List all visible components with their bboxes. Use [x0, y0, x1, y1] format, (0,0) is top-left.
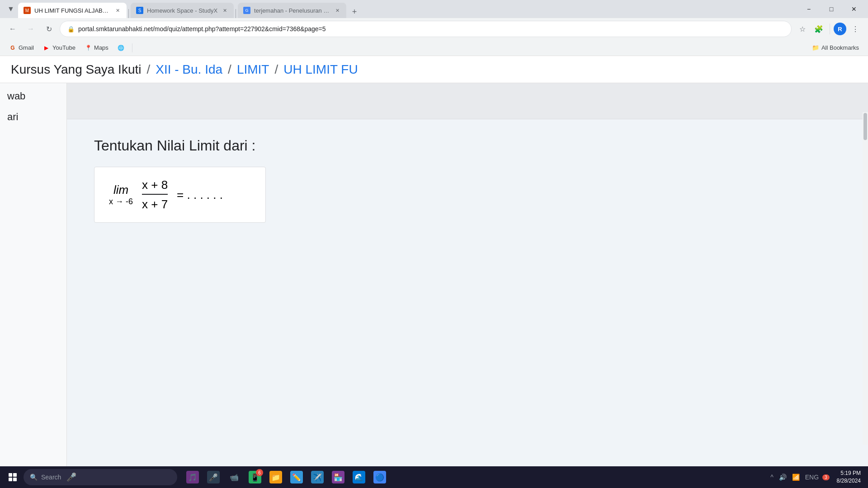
all-bookmarks-button[interactable]: 📁 All Bookmarks: [808, 42, 863, 53]
taskbar-folder-app[interactable]: 📁: [266, 467, 286, 487]
maximize-button[interactable]: □: [821, 0, 842, 18]
extension-button[interactable]: 🧩: [811, 22, 826, 36]
phone-badge: 6: [256, 469, 263, 476]
video-icon: 📹: [228, 471, 241, 483]
date-display: 8/28/2024: [837, 477, 861, 485]
taskbar-editor-app[interactable]: ✏️: [287, 467, 307, 487]
tab-3[interactable]: G terjemahan - Penelusuran Goo... ✕: [238, 3, 346, 18]
window-controls: − □ ✕: [798, 0, 864, 18]
start-icon-sq-2: [13, 473, 17, 477]
chrome-icon: 🔵: [373, 471, 386, 483]
tab-2[interactable]: S Homework Space - StudyX ✕: [131, 3, 234, 18]
tab-1-title: UH LIMIT FUNGSI ALJABAR XII: [34, 7, 110, 14]
scrollbar[interactable]: [863, 112, 868, 445]
start-icon-sq-3: [9, 478, 12, 481]
breadcrumb-sep-1: /: [146, 62, 150, 77]
limit-block: lim x → -6: [109, 183, 133, 206]
breadcrumb-sep-3: /: [274, 62, 278, 77]
maps-favicon: 📍: [85, 44, 92, 52]
profile-icon[interactable]: R: [834, 23, 846, 35]
bookmark-gmail-label: Gmail: [19, 44, 34, 51]
bookmark-youtube[interactable]: ▶ YouTube: [39, 42, 79, 53]
fraction: x + 8 x + 7: [142, 178, 168, 211]
breadcrumb-sep-2: /: [228, 62, 231, 77]
breadcrumb-link-3[interactable]: UH LIMIT FU: [283, 62, 358, 77]
url-text: portal.smktarunabhakti.net/mod/quiz/atte…: [78, 25, 784, 33]
reload-button[interactable]: ↻: [42, 22, 56, 36]
tab-group: M UH LIMIT FUNGSI ALJABAR XII ✕ S Homewo…: [18, 0, 798, 18]
lock-icon: 🔒: [67, 26, 75, 33]
time-display: 5:19 PM: [837, 469, 861, 477]
taskbar-search[interactable]: 🔍 Search 🎤: [24, 469, 177, 485]
breadcrumb-link-2[interactable]: LIMIT: [237, 62, 269, 77]
address-bar: ← → ↻ 🔒 portal.smktarunabhakti.net/mod/q…: [0, 18, 868, 40]
bookmark-maps-label: Maps: [94, 44, 108, 51]
editor-icon: ✏️: [290, 471, 303, 483]
main-layout: wab ari Tentukan Nilai Limit dari : lim …: [0, 83, 868, 466]
toolbar-right: ☆ 🧩 R ⋮: [795, 22, 863, 36]
bookmark-star-button[interactable]: ☆: [795, 22, 810, 36]
taskbar-mic-app[interactable]: 🎤: [203, 467, 223, 487]
notification-badge[interactable]: 3: [822, 474, 830, 480]
tab-3-close[interactable]: ✕: [334, 7, 341, 14]
telegram-icon: ✈️: [311, 471, 324, 483]
taskbar-edge-app[interactable]: 🌊: [349, 467, 369, 487]
forward-button[interactable]: →: [24, 22, 38, 36]
bookmarks-bar: G Gmail ▶ YouTube 📍 Maps 🌐 📁 All Bookmar…: [0, 40, 868, 56]
menu-button[interactable]: ⋮: [848, 22, 863, 36]
gmail-favicon: G: [9, 44, 16, 52]
mic-icon: 🎤: [66, 472, 76, 482]
sidebar-label-wab: wab: [7, 90, 59, 102]
close-button[interactable]: ✕: [844, 0, 864, 18]
tab-3-title: terjemahan - Penelusuran Goo...: [254, 7, 330, 14]
lang-icon[interactable]: ENG: [803, 472, 821, 483]
denominator: x + 7: [142, 196, 168, 211]
tab-separator-2: [236, 9, 236, 18]
sidebar-label-ari: ari: [7, 111, 59, 123]
new-tab-button[interactable]: +: [348, 5, 361, 18]
toolbar-divider: [830, 23, 830, 34]
search-placeholder: Search: [41, 474, 61, 481]
lim-word: lim: [113, 183, 128, 197]
music-icon: 🎵: [186, 471, 199, 483]
bookmark-gmail[interactable]: G Gmail: [5, 42, 38, 53]
bookmark-maps[interactable]: 📍 Maps: [81, 42, 112, 53]
edge-icon: 🌊: [353, 471, 365, 483]
start-button[interactable]: [4, 468, 22, 486]
tab-1-close[interactable]: ✕: [114, 7, 121, 14]
all-bookmarks-label: All Bookmarks: [821, 44, 859, 51]
taskbar-chrome-app[interactable]: 🔵: [370, 467, 390, 487]
numerator: x + 8: [142, 178, 168, 195]
tab-back-btn[interactable]: ▼: [4, 2, 18, 16]
tab-2-close[interactable]: ✕: [221, 7, 228, 14]
start-icon-sq-1: [9, 473, 12, 477]
store-icon: 🏪: [332, 471, 344, 483]
taskbar-music-app[interactable]: 🎵: [183, 467, 203, 487]
taskbar-video-app[interactable]: 📹: [224, 467, 244, 487]
folder-icon: 📁: [269, 471, 282, 483]
system-tray: ^ 🔊 📶 ENG 3: [769, 472, 829, 483]
mic-app-icon: 🎤: [207, 471, 220, 483]
volume-icon[interactable]: 🔊: [777, 472, 788, 483]
taskbar-phone-app[interactable]: 📱 6: [245, 467, 265, 487]
minimize-button[interactable]: −: [798, 0, 819, 18]
math-box: lim x → -6 x + 8 x + 7 = . . . . . .: [94, 167, 266, 223]
datetime[interactable]: 5:19 PM 8/28/2024: [833, 468, 864, 487]
wifi-icon[interactable]: 📶: [790, 472, 802, 483]
bookmark-web[interactable]: 🌐: [114, 42, 128, 53]
taskbar-store-app[interactable]: 🏪: [328, 467, 348, 487]
lim-sub: x → -6: [109, 197, 133, 206]
youtube-favicon: ▶: [43, 44, 50, 52]
question-title: Tentukan Nilai Limit dari :: [94, 137, 841, 154]
taskbar-telegram-app[interactable]: ✈️: [307, 467, 327, 487]
taskbar-right: ^ 🔊 📶 ENG 3 5:19 PM 8/28/2024: [769, 468, 864, 487]
show-hidden-tray[interactable]: ^: [769, 472, 775, 483]
scrollbar-thumb[interactable]: [863, 113, 867, 140]
bookmarks-divider: [132, 43, 132, 52]
back-button[interactable]: ←: [5, 22, 20, 36]
breadcrumb-link-1[interactable]: XII - Bu. Ida: [156, 62, 222, 77]
start-icon-sq-4: [13, 478, 17, 481]
question-area: Tentukan Nilai Limit dari : lim x → -6 x…: [67, 119, 868, 466]
url-bar[interactable]: 🔒 portal.smktarunabhakti.net/mod/quiz/at…: [60, 21, 792, 37]
tab-1[interactable]: M UH LIMIT FUNGSI ALJABAR XII ✕: [18, 3, 127, 18]
